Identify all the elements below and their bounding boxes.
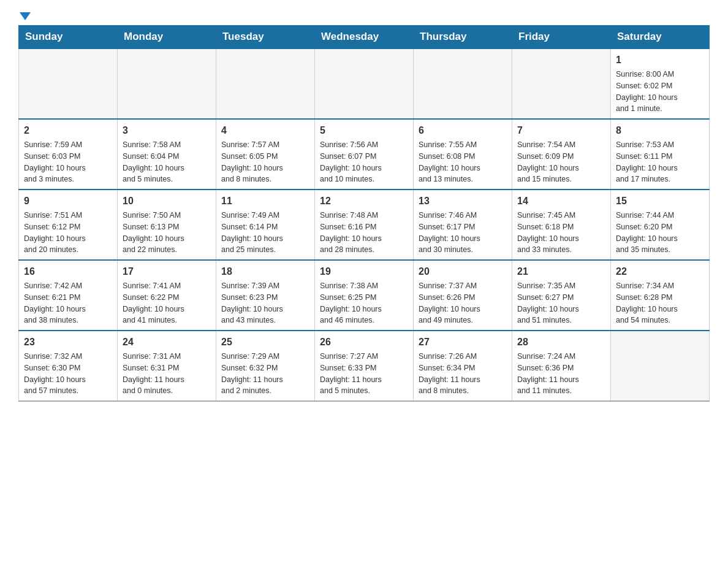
day-of-week-header: Tuesday	[216, 26, 315, 49]
day-number: 18	[221, 264, 309, 279]
day-info: Sunrise: 7:49 AM Sunset: 6:14 PM Dayligh…	[221, 210, 309, 256]
calendar-cell: 12Sunrise: 7:48 AM Sunset: 6:16 PM Dayli…	[315, 190, 414, 260]
day-info: Sunrise: 7:29 AM Sunset: 6:32 PM Dayligh…	[221, 351, 309, 397]
day-info: Sunrise: 7:58 AM Sunset: 6:04 PM Dayligh…	[123, 139, 211, 185]
day-number: 22	[616, 264, 704, 279]
day-of-week-header: Thursday	[414, 26, 512, 49]
calendar-cell: 16Sunrise: 7:42 AM Sunset: 6:21 PM Dayli…	[19, 260, 118, 331]
day-info: Sunrise: 7:50 AM Sunset: 6:13 PM Dayligh…	[123, 210, 211, 256]
day-info: Sunrise: 7:37 AM Sunset: 6:26 PM Dayligh…	[419, 280, 507, 326]
day-info: Sunrise: 7:34 AM Sunset: 6:28 PM Dayligh…	[616, 280, 704, 326]
calendar-cell: 13Sunrise: 7:46 AM Sunset: 6:17 PM Dayli…	[414, 190, 512, 260]
day-number: 17	[123, 264, 211, 279]
logo-arrow-icon	[20, 12, 31, 20]
day-info: Sunrise: 7:24 AM Sunset: 6:36 PM Dayligh…	[517, 351, 605, 397]
day-info: Sunrise: 7:45 AM Sunset: 6:18 PM Dayligh…	[517, 210, 605, 256]
week-row: 16Sunrise: 7:42 AM Sunset: 6:21 PM Dayli…	[19, 260, 710, 331]
calendar-cell: 23Sunrise: 7:32 AM Sunset: 6:30 PM Dayli…	[19, 331, 118, 401]
day-number: 16	[24, 264, 112, 279]
day-number: 11	[221, 194, 309, 209]
day-number: 12	[320, 194, 408, 209]
day-number: 27	[419, 335, 507, 350]
day-of-week-header: Wednesday	[315, 26, 414, 49]
calendar-cell: 21Sunrise: 7:35 AM Sunset: 6:27 PM Dayli…	[512, 260, 611, 331]
day-info: Sunrise: 7:51 AM Sunset: 6:12 PM Dayligh…	[24, 210, 112, 256]
day-info: Sunrise: 7:57 AM Sunset: 6:05 PM Dayligh…	[221, 139, 309, 185]
calendar-cell	[611, 331, 710, 401]
week-row: 9Sunrise: 7:51 AM Sunset: 6:12 PM Daylig…	[19, 190, 710, 260]
week-row: 23Sunrise: 7:32 AM Sunset: 6:30 PM Dayli…	[19, 331, 710, 401]
calendar-cell: 20Sunrise: 7:37 AM Sunset: 6:26 PM Dayli…	[414, 260, 512, 331]
day-number: 23	[24, 335, 112, 350]
calendar-cell	[216, 48, 315, 119]
calendar-cell: 19Sunrise: 7:38 AM Sunset: 6:25 PM Dayli…	[315, 260, 414, 331]
week-row: 1Sunrise: 8:00 AM Sunset: 6:02 PM Daylig…	[19, 48, 710, 119]
calendar-cell: 11Sunrise: 7:49 AM Sunset: 6:14 PM Dayli…	[216, 190, 315, 260]
day-number: 4	[221, 123, 309, 138]
day-of-week-header: Sunday	[19, 26, 118, 49]
day-info: Sunrise: 7:32 AM Sunset: 6:30 PM Dayligh…	[24, 351, 112, 397]
calendar-cell: 2Sunrise: 7:59 AM Sunset: 6:03 PM Daylig…	[19, 119, 118, 190]
day-info: Sunrise: 7:48 AM Sunset: 6:16 PM Dayligh…	[320, 210, 408, 256]
day-info: Sunrise: 7:26 AM Sunset: 6:34 PM Dayligh…	[419, 351, 507, 397]
calendar-cell	[512, 48, 611, 119]
day-number: 6	[419, 123, 507, 138]
calendar-cell: 28Sunrise: 7:24 AM Sunset: 6:36 PM Dayli…	[512, 331, 611, 401]
calendar-cell: 17Sunrise: 7:41 AM Sunset: 6:22 PM Dayli…	[118, 260, 216, 331]
day-number: 25	[221, 335, 309, 350]
day-info: Sunrise: 7:46 AM Sunset: 6:17 PM Dayligh…	[419, 210, 507, 256]
calendar-cell: 15Sunrise: 7:44 AM Sunset: 6:20 PM Dayli…	[611, 190, 710, 260]
day-number: 14	[517, 194, 605, 209]
calendar-cell: 3Sunrise: 7:58 AM Sunset: 6:04 PM Daylig…	[118, 119, 216, 190]
day-info: Sunrise: 7:53 AM Sunset: 6:11 PM Dayligh…	[616, 139, 704, 185]
day-info: Sunrise: 8:00 AM Sunset: 6:02 PM Dayligh…	[616, 69, 704, 115]
day-info: Sunrise: 7:59 AM Sunset: 6:03 PM Dayligh…	[24, 139, 112, 185]
calendar-header-row: SundayMondayTuesdayWednesdayThursdayFrid…	[19, 26, 710, 49]
day-info: Sunrise: 7:42 AM Sunset: 6:21 PM Dayligh…	[24, 280, 112, 326]
day-number: 15	[616, 194, 704, 209]
calendar-cell: 1Sunrise: 8:00 AM Sunset: 6:02 PM Daylig…	[611, 48, 710, 119]
day-number: 9	[24, 194, 112, 209]
calendar-cell: 8Sunrise: 7:53 AM Sunset: 6:11 PM Daylig…	[611, 119, 710, 190]
day-number: 20	[419, 264, 507, 279]
day-number: 10	[123, 194, 211, 209]
calendar-cell: 4Sunrise: 7:57 AM Sunset: 6:05 PM Daylig…	[216, 119, 315, 190]
calendar-cell: 22Sunrise: 7:34 AM Sunset: 6:28 PM Dayli…	[611, 260, 710, 331]
calendar-cell	[118, 48, 216, 119]
calendar-cell: 25Sunrise: 7:29 AM Sunset: 6:32 PM Dayli…	[216, 331, 315, 401]
day-number: 1	[616, 53, 704, 67]
day-number: 19	[320, 264, 408, 279]
day-number: 7	[517, 123, 605, 138]
day-of-week-header: Friday	[512, 26, 611, 49]
day-number: 2	[24, 123, 112, 138]
day-info: Sunrise: 7:38 AM Sunset: 6:25 PM Dayligh…	[320, 280, 408, 326]
calendar-cell: 18Sunrise: 7:39 AM Sunset: 6:23 PM Dayli…	[216, 260, 315, 331]
day-number: 8	[616, 123, 704, 138]
day-number: 5	[320, 123, 408, 138]
day-of-week-header: Saturday	[611, 26, 710, 49]
logo	[18, 12, 32, 19]
day-info: Sunrise: 7:35 AM Sunset: 6:27 PM Dayligh…	[517, 280, 605, 326]
day-number: 24	[123, 335, 211, 350]
calendar-cell: 26Sunrise: 7:27 AM Sunset: 6:33 PM Dayli…	[315, 331, 414, 401]
calendar-cell	[414, 48, 512, 119]
calendar-cell: 10Sunrise: 7:50 AM Sunset: 6:13 PM Dayli…	[118, 190, 216, 260]
calendar-cell	[19, 48, 118, 119]
day-info: Sunrise: 7:41 AM Sunset: 6:22 PM Dayligh…	[123, 280, 211, 326]
day-info: Sunrise: 7:44 AM Sunset: 6:20 PM Dayligh…	[616, 210, 704, 256]
day-number: 21	[517, 264, 605, 279]
calendar-cell: 9Sunrise: 7:51 AM Sunset: 6:12 PM Daylig…	[19, 190, 118, 260]
day-number: 28	[517, 335, 605, 350]
day-info: Sunrise: 7:39 AM Sunset: 6:23 PM Dayligh…	[221, 280, 309, 326]
page-header	[18, 12, 710, 19]
day-of-week-header: Monday	[118, 26, 216, 49]
week-row: 2Sunrise: 7:59 AM Sunset: 6:03 PM Daylig…	[19, 119, 710, 190]
calendar-table: SundayMondayTuesdayWednesdayThursdayFrid…	[18, 25, 710, 402]
calendar-cell: 27Sunrise: 7:26 AM Sunset: 6:34 PM Dayli…	[414, 331, 512, 401]
day-info: Sunrise: 7:54 AM Sunset: 6:09 PM Dayligh…	[517, 139, 605, 185]
calendar-cell: 6Sunrise: 7:55 AM Sunset: 6:08 PM Daylig…	[414, 119, 512, 190]
day-info: Sunrise: 7:56 AM Sunset: 6:07 PM Dayligh…	[320, 139, 408, 185]
day-info: Sunrise: 7:31 AM Sunset: 6:31 PM Dayligh…	[123, 351, 211, 397]
calendar-cell: 5Sunrise: 7:56 AM Sunset: 6:07 PM Daylig…	[315, 119, 414, 190]
calendar-cell: 14Sunrise: 7:45 AM Sunset: 6:18 PM Dayli…	[512, 190, 611, 260]
